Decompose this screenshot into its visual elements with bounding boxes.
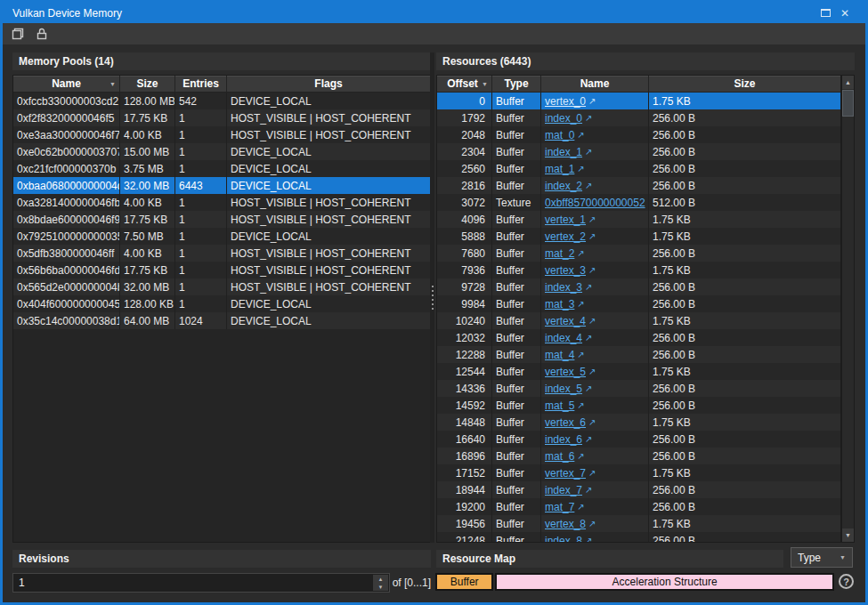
resource-link[interactable]: index_7: [545, 484, 582, 496]
table-row[interactable]: 12288Buffermat_4↗256.00 B: [437, 346, 840, 363]
scroll-down-icon[interactable]: ▼: [842, 528, 854, 542]
goto-resource-icon[interactable]: ↗: [577, 451, 584, 461]
column-header-resname[interactable]: Name: [541, 76, 649, 93]
goto-resource-icon[interactable]: ↗: [585, 333, 592, 343]
goto-resource-icon[interactable]: ↗: [588, 96, 596, 106]
goto-resource-icon[interactable]: ↗: [577, 350, 584, 359]
goto-resource-icon[interactable]: ↗: [577, 502, 584, 512]
goto-resource-icon[interactable]: ↗: [585, 536, 592, 543]
table-row[interactable]: 12032Bufferindex_4↗256.00 B: [437, 329, 840, 346]
table-row[interactable]: 12544Buffervertex_5↗1.75 KB: [437, 363, 840, 380]
table-row[interactable]: 0x35c14c00000038d164.00 MB1024DEVICE_LOC…: [13, 312, 430, 329]
resource-link[interactable]: index_5: [545, 383, 582, 395]
resource-link[interactable]: mat_1: [545, 163, 574, 175]
table-row[interactable]: 0x565d2e000000004b32.00 MB1HOST_VISIBLE …: [13, 278, 430, 295]
scrollbar-thumb[interactable]: [842, 90, 854, 117]
table-row[interactable]: 14336Bufferindex_5↗256.00 B: [437, 380, 840, 397]
table-row[interactable]: 10240Buffervertex_4↗1.75 KB: [437, 312, 840, 329]
table-row[interactable]: 9728Bufferindex_3↗256.00 B: [437, 278, 840, 295]
resource-link[interactable]: vertex_0: [545, 95, 586, 108]
column-header-entries[interactable]: Entries: [175, 76, 227, 93]
column-header-ressize[interactable]: Size: [649, 76, 840, 93]
column-header-offset[interactable]: Offset ▼: [437, 76, 492, 93]
resource-link[interactable]: index_6: [545, 433, 582, 446]
resource-link[interactable]: mat_0: [545, 129, 574, 141]
table-row[interactable]: 7936Buffervertex_3↗1.75 KB: [437, 262, 840, 278]
resource-link[interactable]: index_1: [545, 146, 582, 158]
table-row[interactable]: 0xe0c62b000000370715.00 MB1DEVICE_LOCAL: [13, 143, 430, 160]
goto-resource-icon[interactable]: ↗: [588, 367, 596, 376]
table-row[interactable]: 0x56b6ba00000046fd17.75 KB1HOST_VISIBLE …: [13, 262, 430, 278]
table-row[interactable]: 0xa3281400000046fb4.00 KB1HOST_VISIBLE |…: [13, 194, 430, 211]
resource-link[interactable]: vertex_4: [545, 315, 586, 327]
table-row[interactable]: 2048Buffermat_0↗256.00 B: [437, 126, 840, 143]
goto-resource-icon[interactable]: ↗: [577, 164, 584, 173]
new-window-button[interactable]: [10, 26, 26, 42]
table-row[interactable]: 3072Texture0xbff8570000000052↗512.00 B: [437, 194, 840, 211]
column-header-size[interactable]: Size: [120, 76, 175, 93]
table-row[interactable]: 16640Bufferindex_6↗256.00 B: [437, 431, 840, 448]
resource-link[interactable]: index_0: [545, 112, 582, 125]
table-row[interactable]: 19456Buffervertex_8↗1.75 KB: [437, 515, 840, 532]
column-header-name[interactable]: Name ▼: [13, 76, 120, 93]
goto-resource-icon[interactable]: ↗: [577, 130, 584, 140]
goto-resource-icon[interactable]: ↗: [585, 147, 592, 157]
table-row[interactable]: 14848Buffervertex_6↗1.75 KB: [437, 414, 840, 431]
goto-resource-icon[interactable]: ↗: [588, 265, 596, 275]
table-row[interactable]: 14592Buffermat_5↗256.00 B: [437, 397, 840, 414]
resource-link[interactable]: vertex_7: [545, 467, 586, 480]
goto-resource-icon[interactable]: ↗: [588, 417, 596, 427]
resource-link[interactable]: 0xbff8570000000052: [545, 197, 645, 209]
spin-up-icon[interactable]: ▲: [373, 575, 388, 583]
goto-resource-icon[interactable]: ↗: [585, 282, 592, 292]
goto-resource-icon[interactable]: ↗: [585, 181, 592, 190]
table-row[interactable]: 4096Buffervertex_1↗1.75 KB: [437, 211, 840, 228]
resource-link[interactable]: mat_3: [545, 298, 574, 311]
resource-link[interactable]: vertex_6: [545, 416, 586, 429]
goto-resource-icon[interactable]: ↗: [585, 434, 592, 444]
goto-resource-icon[interactable]: ↗: [585, 485, 592, 495]
table-row[interactable]: 2560Buffermat_1↗256.00 B: [437, 160, 840, 177]
resource-link[interactable]: mat_7: [545, 501, 574, 513]
table-row[interactable]: 19200Buffermat_7↗256.00 B: [437, 498, 840, 515]
close-button[interactable]: ✕: [835, 5, 855, 21]
goto-resource-icon[interactable]: ↗: [577, 299, 584, 309]
spin-down-icon[interactable]: ▼: [373, 583, 388, 591]
resource-link[interactable]: mat_6: [545, 450, 574, 463]
table-row[interactable]: 7680Buffermat_2↗256.00 B: [437, 245, 840, 262]
goto-resource-icon[interactable]: ↗: [588, 316, 596, 326]
table-row[interactable]: 17152Buffervertex_7↗1.75 KB: [437, 464, 840, 481]
table-row[interactable]: 0x8bdae600000046f917.75 KB1HOST_VISIBLE …: [13, 211, 430, 228]
panel-splitter[interactable]: [430, 52, 434, 543]
table-row[interactable]: 0x404f600000000045128.00 KB1DEVICE_LOCAL: [13, 295, 430, 312]
table-row[interactable]: 2816Bufferindex_2↗256.00 B: [437, 177, 840, 194]
goto-resource-icon[interactable]: ↗: [585, 383, 592, 393]
table-row[interactable]: 0xc21fcf000000370b3.75 MB1DEVICE_LOCAL: [13, 160, 430, 177]
resource-link[interactable]: index_8: [545, 535, 582, 544]
table-row[interactable]: 1792Bufferindex_0↗256.00 B: [437, 109, 840, 126]
table-row[interactable]: 0xe3aa3000000046f74.00 KB1HOST_VISIBLE |…: [13, 126, 430, 143]
resource-link[interactable]: vertex_8: [545, 518, 586, 530]
goto-resource-icon[interactable]: ↗: [577, 248, 584, 258]
spin-buttons[interactable]: ▲ ▼: [373, 575, 388, 591]
resources-scrollbar[interactable]: ▲ ▼: [841, 75, 855, 543]
resource-link[interactable]: vertex_5: [545, 366, 586, 378]
resource-link[interactable]: vertex_1: [545, 214, 586, 226]
maximize-button[interactable]: [815, 5, 835, 21]
table-row[interactable]: 0xf2f83200000046f517.75 KB1HOST_VISIBLE …: [13, 109, 430, 126]
goto-resource-icon[interactable]: ↗: [588, 231, 596, 241]
lock-button[interactable]: [34, 26, 50, 42]
table-row[interactable]: 0x5dfb3800000046ff4.00 KB1HOST_VISIBLE |…: [13, 245, 430, 262]
resource-link[interactable]: index_2: [545, 180, 582, 192]
help-icon[interactable]: ?: [839, 574, 854, 589]
resource-link[interactable]: mat_2: [545, 247, 574, 260]
table-row[interactable]: 2304Bufferindex_1↗256.00 B: [437, 143, 840, 160]
resource-link[interactable]: mat_5: [545, 399, 574, 412]
table-row[interactable]: 0xfccb330000003cd2128.00 MB542DEVICE_LOC…: [13, 93, 430, 109]
revision-spinbox[interactable]: 1 ▲ ▼: [12, 573, 390, 593]
table-row[interactable]: 0Buffervertex_0↗1.75 KB: [437, 93, 840, 109]
table-row[interactable]: 16896Buffermat_6↗256.00 B: [437, 448, 840, 464]
resource-link[interactable]: mat_4: [545, 349, 574, 361]
table-row[interactable]: 18944Bufferindex_7↗256.00 B: [437, 481, 840, 498]
goto-resource-icon[interactable]: ↗: [588, 214, 596, 224]
